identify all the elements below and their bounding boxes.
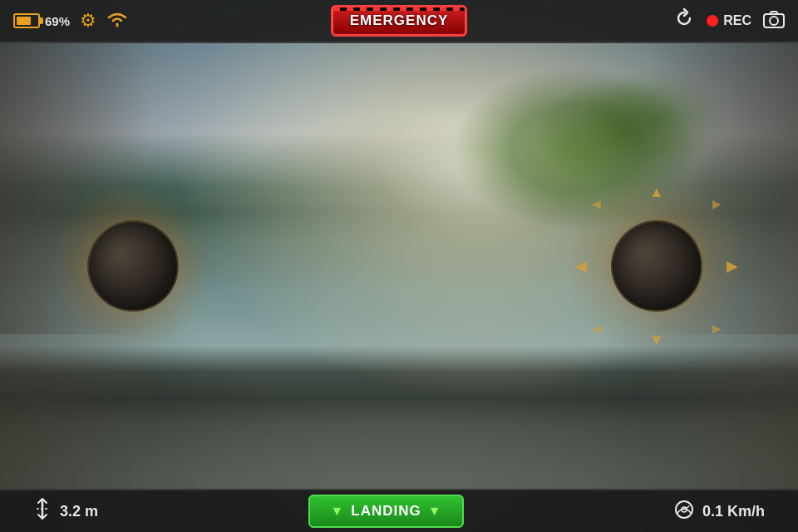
arrow-bottom-left-icon: ◀: [592, 323, 601, 334]
rec-label: REC: [723, 13, 751, 28]
speed-value: 0.1 Km/h: [702, 503, 765, 520]
rec-status[interactable]: REC: [707, 13, 751, 28]
battery-percent: 69%: [45, 14, 70, 28]
left-joystick-glow: [50, 183, 216, 349]
altitude-value: 3.2 m: [60, 503, 98, 520]
left-joystick[interactable]: [50, 183, 216, 349]
header-left: 69% ⚙: [13, 10, 270, 32]
bottom-status-bar: 3.2 m ▼ LANDING ▼ 0.1 Km/h: [0, 489, 798, 532]
emergency-button[interactable]: EMERGENCY: [331, 5, 468, 37]
header-center: EMERGENCY: [270, 5, 527, 37]
arrow-up-icon: ▲: [649, 185, 664, 200]
speedometer-icon: [674, 500, 694, 524]
landing-button[interactable]: ▼ LANDING ▼: [308, 495, 463, 528]
header-right: REC: [528, 7, 785, 34]
arrow-top-left-icon: ◀: [592, 198, 601, 209]
landing-arrow-right-icon: ▼: [428, 504, 442, 519]
arrow-right-icon: ▶: [727, 259, 738, 273]
photo-icon[interactable]: [763, 10, 785, 32]
arrow-left-icon: ◀: [575, 259, 587, 273]
svg-point-1: [770, 17, 778, 25]
rec-indicator: [707, 15, 718, 27]
left-joystick-knob[interactable]: [87, 220, 179, 312]
battery-icon: [13, 13, 40, 28]
battery-status: 69%: [13, 13, 70, 28]
landing-arrow-left-icon: ▼: [330, 504, 344, 519]
arrow-down-icon: ▼: [649, 332, 664, 347]
right-joystick-glow: ▲ ▼ ◀ ▶ ▶ ◀ ▶ ◀: [565, 175, 748, 357]
wifi-icon: [106, 11, 128, 32]
speed-display: 0.1 Km/h: [674, 500, 765, 524]
right-joystick[interactable]: ▲ ▼ ◀ ▶ ▶ ◀ ▶ ◀: [565, 175, 748, 357]
altitude-display: 3.2 m: [33, 497, 98, 525]
right-joystick-knob[interactable]: [611, 220, 702, 312]
landing-label: LANDING: [351, 503, 421, 520]
battery-fill: [17, 17, 31, 25]
refresh-icon[interactable]: [673, 7, 695, 34]
altitude-icon: [33, 497, 52, 525]
arrow-bottom-right-icon: ▶: [712, 323, 722, 334]
arrow-top-right-icon: ▶: [712, 198, 722, 209]
drone-control-app: 69% ⚙ EMERGENCY: [0, 0, 798, 532]
settings-icon[interactable]: ⚙: [80, 10, 96, 32]
header-bar: 69% ⚙ EMERGENCY: [0, 0, 798, 43]
